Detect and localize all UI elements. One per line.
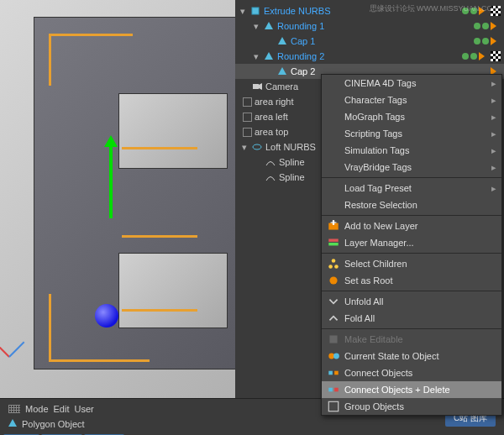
expand-icon[interactable]: ▾ [252,51,260,62]
cap-icon [276,35,288,47]
viewport-3d[interactable] [0,0,244,403]
visibility-checkbox[interactable] [243,128,252,137]
svg-point-19 [333,354,339,359]
menu-connect-objects[interactable]: Connect Objects [322,364,501,381]
expand-icon[interactable]: ▾ [240,142,249,153]
svg-rect-0 [252,8,259,14]
menu-separator [322,253,501,254]
selection-edge [122,235,197,238]
menu-add-to-layer[interactable]: Add to New Layer [322,218,501,234]
mode-label[interactable]: Mode [25,404,49,414]
fold-icon [327,312,340,325]
menu-c4d-tags[interactable]: CINEMA 4D Tags▸ [322,75,501,92]
menu-current-state[interactable]: Current State to Object [322,348,501,364]
extrude-icon [249,5,261,17]
menu-layer-manager[interactable]: Layer Manager... [322,234,501,251]
state-icon [327,349,340,363]
svg-rect-22 [328,388,333,392]
menu-vray-tags[interactable]: VrayBridge Tags▸ [322,159,501,176]
svg-marker-25 [8,419,17,427]
svg-point-13 [332,259,336,263]
svg-point-16 [329,276,337,284]
menu-separator [322,177,501,178]
origin-sphere[interactable] [95,304,118,328]
object-type-label: Polygon Object [22,419,85,429]
expand-icon[interactable]: ▾ [239,6,247,17]
tree-item-rounding1[interactable]: ▾ Rounding 1 [235,18,504,34]
user-label[interactable]: User [75,404,94,414]
svg-rect-23 [334,388,339,392]
menu-mograph-tags[interactable]: MoGraph Tags▸ [322,108,501,125]
svg-point-14 [328,265,333,269]
svg-rect-12 [328,243,338,245]
camera-icon [251,81,263,92]
menu-simulation-tags[interactable]: Simulation Tags▸ [322,142,501,159]
menu-scripting-tags[interactable]: Scripting Tags▸ [322,125,501,142]
cap-icon [263,50,275,62]
selection-edge [49,359,150,362]
visibility-checkbox[interactable] [243,97,252,107]
spline-icon [265,171,276,183]
menu-restore-selection[interactable]: Restore Selection [322,197,501,213]
svg-marker-6 [259,83,262,90]
menu-separator [322,291,501,291]
menu-set-root[interactable]: Set as Root [322,272,501,289]
y-axis-arrow[interactable] [109,139,113,218]
menu-make-editable: Make Editable [322,331,501,348]
svg-rect-11 [328,238,338,241]
menu-separator [322,215,501,216]
tree-label: Cap 1 [291,36,504,46]
menu-unfold-all[interactable]: Unfold All [322,293,501,310]
select-children-icon [327,257,340,270]
svg-rect-24 [328,401,338,411]
letter-cutout [118,93,228,169]
layer-add-icon [327,219,340,233]
svg-rect-17 [329,335,337,343]
extruded-letter [34,17,252,369]
menu-connect-delete[interactable]: Connect Objects + Delete [322,381,501,398]
connect-delete-icon [327,383,340,396]
menu-select-children[interactable]: Select Children [322,255,501,272]
layer-manager-icon [327,236,340,249]
selection-edge [122,147,197,149]
expand-icon[interactable]: ▾ [252,21,260,32]
svg-rect-5 [253,84,259,89]
polygon-icon [7,417,18,431]
connect-icon [327,366,340,380]
editable-icon [327,333,340,346]
svg-marker-3 [265,52,273,60]
tree-item-cap1[interactable]: Cap 1 [235,34,504,49]
tree-label: Rounding 1 [277,21,504,31]
menu-load-preset[interactable]: Load Tag Preset▸ [322,180,501,197]
group-icon [327,400,340,413]
menu-character-tags[interactable]: Character Tags▸ [322,92,501,108]
spline-icon [265,156,276,168]
svg-rect-21 [334,371,339,375]
watermark-top: 思缘设计论坛 WWW.MISSYUAN.COM [370,3,500,14]
svg-rect-20 [328,371,333,375]
svg-marker-2 [278,37,286,45]
grid-icon [8,405,20,413]
tree-item-rounding2[interactable]: ▾ Rounding 2 [235,49,504,64]
svg-point-7 [253,144,261,149]
root-icon [327,274,340,287]
edit-label[interactable]: Edit [54,404,70,414]
menu-group-objects[interactable]: Group Objects [322,398,501,415]
selection-edge [122,309,197,312]
svg-rect-10 [331,222,337,223]
loft-icon [251,141,263,153]
unfold-icon [327,295,340,308]
letter-cutout [118,253,228,328]
selection-edge [49,35,51,86]
menu-fold-all[interactable]: Fold All [322,310,501,327]
svg-marker-4 [278,67,286,75]
selection-edge [49,34,133,36]
selection-edge [49,294,51,359]
visibility-checkbox[interactable] [243,113,252,122]
svg-marker-1 [265,22,273,29]
cap-icon [263,20,275,32]
svg-point-15 [334,265,339,269]
cap-icon [276,66,288,77]
context-menu[interactable]: CINEMA 4D Tags▸ Character Tags▸ MoGraph … [321,74,502,416]
menu-separator [322,328,501,329]
